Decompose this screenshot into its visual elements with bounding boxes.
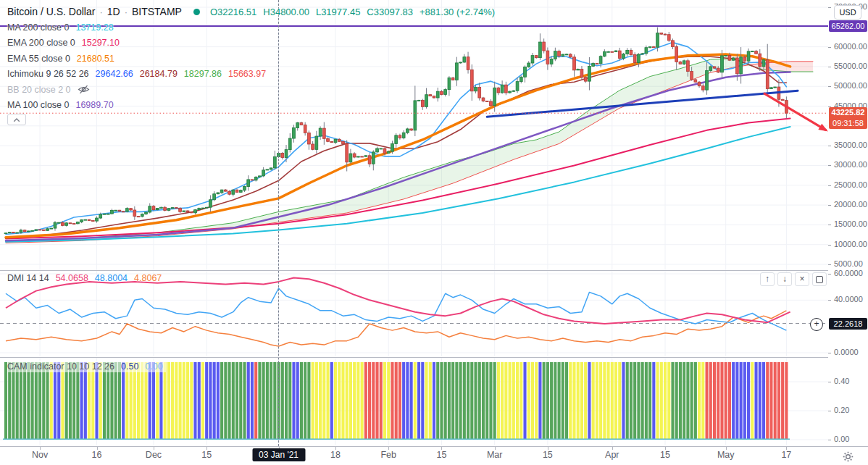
cam-bar — [228, 362, 231, 440]
pane-maximize-button[interactable] — [812, 272, 827, 286]
axis-tick — [828, 245, 831, 246]
price-axis-label: 0.20 — [834, 406, 849, 414]
separator-dot: · — [125, 7, 128, 17]
cam-bar — [698, 362, 701, 440]
legend-row-ma100[interactable]: MA 100 close 0 16989.70 — [7, 98, 266, 114]
cam-bar — [110, 362, 113, 440]
cam-bar — [565, 362, 568, 440]
legend-row-ichimoku[interactable]: Ichimoku 9 26 52 26 29642.66 26184.79 18… — [7, 67, 266, 83]
cam-bar — [504, 362, 507, 440]
cam-bar — [607, 362, 610, 440]
indicator-value: 0.50 — [121, 361, 138, 372]
last-price-badge: 43225.82 09:31:58 — [829, 107, 867, 129]
cam-bar — [656, 362, 659, 440]
indicator-legend: MA 200 close 0 13719.28 EMA 200 close 0 … — [7, 20, 266, 113]
cam-bar — [380, 362, 383, 440]
cam-bar — [433, 362, 435, 440]
pane-move-down-button[interactable]: ↓ — [777, 272, 792, 286]
cam-bar — [720, 362, 723, 440]
axis-tick — [828, 47, 831, 48]
cam-bar — [341, 362, 344, 440]
legend-row-bb[interactable]: BB 20 close 2 0 — [7, 82, 266, 98]
pane-separator[interactable] — [0, 270, 868, 271]
price-axis-label: 30000.00 — [834, 160, 867, 169]
exchange-label[interactable]: BITSTAMP — [132, 6, 182, 17]
cam-bar — [509, 362, 512, 440]
cam-bar — [133, 362, 136, 440]
maximize-icon — [816, 276, 823, 283]
cam-bar — [239, 362, 242, 440]
settings-gear-button[interactable] — [838, 449, 857, 464]
interval-label[interactable]: 1D — [107, 6, 120, 17]
pane-separator[interactable] — [0, 357, 868, 358]
legend-row-ema200[interactable]: EMA 200 close 0 15297.10 — [7, 35, 266, 51]
cam-bar — [281, 362, 284, 440]
price-axis-label: 60.0000 — [834, 269, 863, 277]
cam-legend[interactable]: CAM indicator 10 10 12 26 0.50 0.00 — [7, 361, 166, 372]
pane-move-up-button[interactable]: ↑ — [760, 272, 775, 286]
cam-bar — [8, 362, 11, 440]
cam-bar — [527, 362, 530, 440]
cam-bar — [444, 362, 447, 440]
cam-bar — [69, 362, 72, 440]
dmi-pane-controls: ↑ ↓ × — [760, 272, 827, 286]
pane-close-button[interactable]: × — [795, 272, 809, 286]
legend-row-ema55[interactable]: EMA 55 close 0 21680.51 — [7, 51, 266, 67]
cam-bar — [141, 362, 143, 440]
cam-bar — [307, 362, 310, 440]
cam-bar — [402, 362, 405, 440]
cam-bar — [777, 362, 780, 440]
cam-bar — [273, 362, 276, 440]
cam-bar — [543, 362, 546, 440]
add-alert-plus-icon[interactable]: + — [810, 318, 823, 331]
dmi-legend[interactable]: DMI 14 14 54.0658 48.8004 4.8067 — [7, 273, 162, 283]
ema200-line — [6, 118, 790, 238]
cam-bar — [42, 362, 45, 440]
axis-tick — [828, 7, 831, 8]
price-axis[interactable]: USD 65262.00 43225.82 09:31:58 22.2618 +… — [828, 0, 868, 446]
cam-bar — [125, 362, 128, 440]
cam-bar — [4, 362, 7, 440]
indicator-name: Ichimoku 9 26 52 26 — [7, 69, 89, 79]
gear-icon — [843, 451, 854, 462]
cam-bar — [459, 362, 462, 440]
ohlc-values: O32216.51 H34800.00 L31977.45 C33097.83 … — [210, 7, 495, 17]
indicator-value: 18297.86 — [184, 69, 222, 79]
currency-toggle-button[interactable]: USD — [834, 5, 861, 20]
price-axis-label: 5000.00 — [834, 259, 863, 268]
cam-bar — [766, 362, 769, 440]
axis-tick — [828, 67, 831, 67]
indicator-name: EMA 200 close 0 — [7, 38, 75, 48]
time-axis-label: Mar — [487, 450, 503, 460]
cam-bar — [611, 362, 614, 440]
cam-bar — [72, 362, 75, 440]
cam-bar — [599, 362, 602, 440]
cam-bar — [95, 362, 98, 440]
cam-bar — [701, 362, 704, 440]
cam-bar — [179, 362, 182, 440]
cam-bar — [735, 362, 738, 440]
eye-off-icon[interactable] — [78, 85, 90, 94]
close-value: C33097.83 — [367, 7, 413, 17]
dmi-value-badge: 22.2618 — [829, 318, 867, 330]
cam-bar — [122, 362, 125, 440]
cam-bar — [622, 362, 625, 440]
indicator-value: 16989.70 — [75, 100, 113, 110]
cam-bar — [410, 362, 413, 440]
cam-bar — [346, 362, 349, 440]
cam-bar — [292, 362, 295, 440]
cam-bar — [300, 362, 303, 440]
trendline-drawing — [487, 91, 798, 117]
indicator-name: CAM indicator 10 10 12 26 — [7, 361, 114, 372]
legend-row-ma200[interactable]: MA 200 close 0 13719.28 — [7, 20, 266, 35]
axis-tick — [828, 382, 831, 382]
price-axis-label: 55000.00 — [834, 62, 867, 70]
cam-bar — [391, 362, 393, 440]
cam-bar — [349, 362, 352, 440]
symbol-title[interactable]: Bitcoin / U.S. Dollar — [7, 6, 95, 17]
cam-bar — [258, 362, 261, 440]
cam-bar — [107, 362, 109, 440]
legend-collapse-button[interactable] — [7, 114, 26, 125]
time-axis[interactable]: Nov16Dec1503 Jan '2118Feb15Mar15Apr15May… — [0, 447, 868, 465]
cam-bar — [501, 362, 504, 440]
